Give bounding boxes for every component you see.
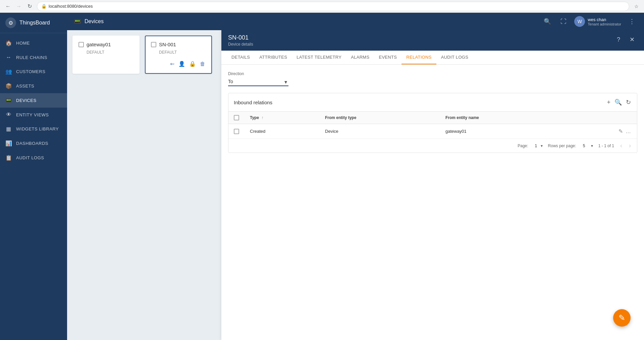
refresh-relations-button[interactable]: ↻ bbox=[625, 98, 632, 107]
direction-label: Direction bbox=[228, 71, 637, 76]
detail-device-name: SN-001 bbox=[228, 34, 253, 41]
address-bar[interactable]: 🔒 localhost:8080/devices bbox=[37, 2, 629, 11]
row-type: Created bbox=[245, 124, 320, 139]
cards-panel: gateway01 DEFAULT SN-001 DEFAULT ⇜ 👤 🔒 🗑 bbox=[67, 30, 221, 340]
close-button[interactable]: ✕ bbox=[627, 34, 637, 45]
card-header: gateway01 bbox=[78, 42, 133, 47]
user-info: wes chan Tenant administrator bbox=[588, 17, 621, 26]
device-list-area: gateway01 DEFAULT SN-001 DEFAULT ⇜ 👤 🔒 🗑 bbox=[67, 30, 644, 340]
from-entity-name-label: From entity name bbox=[445, 115, 479, 120]
tab-attributes[interactable]: ATTRIBUTES bbox=[255, 51, 292, 64]
rows-per-page-label: Rows per page: bbox=[548, 144, 576, 148]
relations-table-body: Created Device gateway01 ✎ … bbox=[228, 124, 637, 139]
direction-select-wrapper: To From ▾ bbox=[228, 77, 288, 86]
card-type: DEFAULT bbox=[78, 50, 133, 55]
bookmark-button[interactable]: ☆ bbox=[632, 2, 641, 11]
sidebar-item-rule-chains[interactable]: ↔ RULE CHAINS bbox=[0, 50, 67, 64]
forward-button[interactable]: → bbox=[14, 2, 23, 11]
logo-icon: ⚙ bbox=[5, 17, 16, 28]
avatar: W bbox=[574, 16, 585, 27]
delete-button[interactable]: 🗑 bbox=[199, 60, 206, 68]
sidebar: ⚙ ThingsBoard 🏠 HOME ↔ RULE CHAINS 👥 CUS… bbox=[0, 13, 67, 340]
add-relation-button[interactable]: + bbox=[606, 98, 611, 107]
from-entity-type-column-header: From entity type bbox=[320, 112, 440, 124]
topbar-actions: 🔍 ⛶ W wes chan Tenant administrator ⋮ bbox=[542, 16, 637, 27]
back-button[interactable]: ← bbox=[3, 2, 13, 11]
sidebar-item-widgets-library[interactable]: ▦ WIDGETS LIBRARY bbox=[0, 122, 67, 136]
sidebar-icon-entity-views: 👁 bbox=[5, 112, 12, 118]
pagination: Page: 1 ▾ Rows per page: 5 bbox=[228, 138, 637, 153]
sort-icon: ↑ bbox=[261, 115, 263, 120]
topbar-title-icon: 📟 bbox=[74, 18, 81, 25]
pagination-range: 1 - 1 of 1 bbox=[598, 144, 614, 148]
user-role: Tenant administrator bbox=[588, 22, 621, 26]
sidebar-item-devices[interactable]: 📟 DEVICES bbox=[0, 93, 67, 108]
detail-header: SN-001 Device details ? ✕ bbox=[221, 30, 644, 51]
more-options-button[interactable]: ⋮ bbox=[627, 16, 637, 27]
select-all-checkbox[interactable] bbox=[234, 115, 239, 120]
sidebar-icon-dashboards: 📊 bbox=[5, 140, 12, 147]
table-row: Created Device gateway01 ✎ … bbox=[228, 124, 637, 139]
from-entity-type-label: From entity type bbox=[325, 115, 356, 120]
type-header-label: Type bbox=[250, 115, 259, 120]
avatar-initials: W bbox=[578, 19, 582, 24]
row-actions: ✎ … bbox=[572, 127, 632, 135]
sidebar-item-home[interactable]: 🏠 HOME bbox=[0, 36, 67, 50]
sidebar-label-audit-logs: AUDIT LOGS bbox=[16, 155, 44, 160]
tab-details[interactable]: DETAILS bbox=[227, 51, 255, 64]
sidebar-nav: 🏠 HOME ↔ RULE CHAINS 👥 CUSTOMERS 📦 ASSET… bbox=[0, 33, 67, 340]
row-from-entity-type: Device bbox=[320, 124, 440, 139]
sidebar-item-dashboards[interactable]: 📊 DASHBOARDS bbox=[0, 136, 67, 151]
next-page-button[interactable]: › bbox=[628, 141, 632, 150]
relations-title: Inbound relations bbox=[234, 100, 272, 105]
edit-icon: ✎ bbox=[619, 313, 625, 323]
sidebar-label-entity-views: ENTITY VIEWS bbox=[16, 112, 49, 117]
select-all-checkbox-header[interactable] bbox=[228, 112, 245, 124]
tab-audit-logs[interactable]: AUDIT LOGS bbox=[436, 51, 473, 64]
tab-latest-telemetry[interactable]: LATEST TELEMETRY bbox=[292, 51, 346, 64]
page-label: Page: bbox=[518, 144, 528, 148]
relations-section: Inbound relations + 🔍 ↻ bbox=[228, 93, 637, 153]
search-button[interactable]: 🔍 bbox=[542, 16, 553, 27]
row-checkbox[interactable] bbox=[234, 129, 239, 134]
prev-page-button[interactable]: ‹ bbox=[620, 141, 623, 150]
edit-fab-button[interactable]: ✎ bbox=[613, 309, 631, 327]
sidebar-icon-assets: 📦 bbox=[5, 83, 12, 89]
sidebar-icon-home: 🏠 bbox=[5, 40, 12, 46]
more-row-button[interactable]: … bbox=[625, 128, 632, 135]
table-header-row: Type ↑ From entity type From entity name bbox=[228, 112, 637, 124]
sidebar-item-customers[interactable]: 👥 CUSTOMERS bbox=[0, 64, 67, 79]
row-checkbox-cell[interactable] bbox=[228, 124, 245, 139]
assign-button[interactable]: 👤 bbox=[178, 60, 186, 68]
sidebar-item-entity-views[interactable]: 👁 ENTITY VIEWS bbox=[0, 108, 67, 122]
card-name: gateway01 bbox=[87, 42, 111, 47]
relations-table: Type ↑ From entity type From entity name bbox=[228, 112, 637, 138]
tab-events[interactable]: EVENTS bbox=[374, 51, 401, 64]
fullscreen-button[interactable]: ⛶ bbox=[558, 16, 569, 27]
card-checkbox[interactable] bbox=[78, 42, 84, 47]
user-section[interactable]: W wes chan Tenant administrator bbox=[574, 16, 621, 27]
card-checkbox[interactable] bbox=[151, 42, 156, 47]
card-actions: ⇜ 👤 🔒 🗑 bbox=[151, 60, 206, 68]
sidebar-item-audit-logs[interactable]: 📋 AUDIT LOGS bbox=[0, 151, 67, 165]
type-column-header[interactable]: Type ↑ bbox=[245, 112, 320, 124]
topbar-title: 📟 Devices bbox=[74, 18, 104, 25]
user-name: wes chan bbox=[588, 17, 621, 22]
detail-header-buttons: ? ✕ bbox=[613, 34, 637, 45]
page-select[interactable]: 1 bbox=[534, 143, 543, 149]
device-card-gateway01[interactable]: gateway01 DEFAULT bbox=[72, 36, 140, 74]
manage-credentials-button[interactable]: 🔒 bbox=[189, 60, 197, 68]
search-relations-button[interactable]: 🔍 bbox=[614, 98, 623, 107]
share-button[interactable]: ⇜ bbox=[169, 60, 175, 68]
tab-relations[interactable]: RELATIONS bbox=[401, 51, 436, 64]
direction-select[interactable]: To From bbox=[228, 77, 288, 86]
rows-per-page-select[interactable]: 5 10 25 bbox=[582, 143, 593, 149]
row-from-entity-name: gateway01 bbox=[440, 124, 567, 139]
edit-row-button[interactable]: ✎ bbox=[618, 127, 624, 135]
tab-alarms[interactable]: ALARMS bbox=[346, 51, 374, 64]
reload-button[interactable]: ↻ bbox=[25, 2, 34, 11]
help-button[interactable]: ? bbox=[613, 34, 624, 45]
logo-text: ThingsBoard bbox=[19, 20, 50, 26]
device-card-sn-001[interactable]: SN-001 DEFAULT ⇜ 👤 🔒 🗑 bbox=[145, 36, 212, 74]
sidebar-item-assets[interactable]: 📦 ASSETS bbox=[0, 79, 67, 93]
